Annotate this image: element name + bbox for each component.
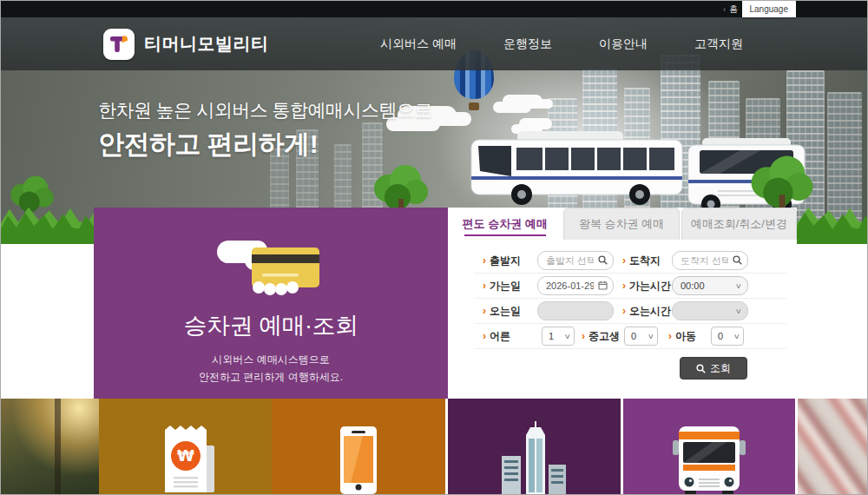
depart-date-label: › 가는일 bbox=[483, 279, 537, 294]
field-marker-icon: › bbox=[483, 254, 486, 267]
chevron-down-icon: ∨ bbox=[735, 282, 742, 290]
ticket-panel-subtitle: 시외버스 예매시스템으로 안전하고 편리하게 여행하세요. bbox=[94, 351, 448, 386]
ticket-promo-panel: 승차권 예매·조회 시외버스 예매시스템으로 안전하고 편리하게 여행하세요. bbox=[94, 208, 448, 399]
chevron-right-icon: › bbox=[723, 5, 726, 14]
child-label: › 아동 bbox=[668, 329, 711, 344]
field-marker-icon: › bbox=[483, 330, 486, 342]
svg-text:₩: ₩ bbox=[177, 446, 194, 465]
field-marker-icon: › bbox=[582, 330, 585, 342]
chevron-down-icon: ∨ bbox=[733, 333, 740, 340]
adult-label: › 어른 bbox=[483, 329, 542, 344]
nav-item-usage-guide[interactable]: 이용안내 bbox=[599, 36, 648, 52]
return-date-label: › 오는일 bbox=[483, 304, 537, 319]
field-marker-icon: › bbox=[668, 330, 672, 342]
header: 티머니모빌리티 시외버스 예매 운행정보 이용안내 고객지원 bbox=[1, 17, 867, 70]
buildings-icon bbox=[500, 421, 569, 494]
booking-form: › 출발지 › 도착지 bbox=[448, 240, 797, 380]
tab-roundtrip-booking[interactable]: 왕복 승차권 예매 bbox=[563, 208, 679, 240]
field-marker-icon: › bbox=[622, 305, 626, 317]
booking-tabs: 편도 승차권 예매 왕복 승차권 예매 예매조회/취소/변경 bbox=[448, 208, 797, 240]
tile-fare-receipt[interactable]: ₩ bbox=[99, 399, 272, 495]
child-count-select[interactable]: 0 ∨ bbox=[711, 327, 744, 346]
cloud bbox=[493, 102, 531, 113]
tab-oneway-booking[interactable]: 편도 승차권 예매 bbox=[448, 208, 562, 240]
photo-tile-left bbox=[1, 399, 99, 495]
arrival-label: › 도착지 bbox=[622, 254, 672, 268]
receipt-icon: ₩ bbox=[155, 423, 217, 494]
home-link-label: 홈 bbox=[729, 3, 738, 16]
utility-bar: › 홈 › 사이트맵 bbox=[1, 1, 867, 17]
chevron-down-icon: ∨ bbox=[735, 307, 742, 315]
tmoney-logo-icon bbox=[103, 29, 135, 60]
depart-time-label: › 가는시간 bbox=[622, 279, 672, 294]
student-label: › 중고생 bbox=[582, 329, 624, 344]
language-button[interactable]: Language bbox=[742, 1, 797, 17]
field-marker-icon: › bbox=[483, 305, 486, 317]
adult-count-select[interactable]: 1 ∨ bbox=[542, 327, 575, 346]
main-nav: 시외버스 예매 운행정보 이용안내 고객지원 bbox=[380, 17, 743, 70]
brand-logo[interactable]: 티머니모빌리티 bbox=[103, 29, 269, 60]
hero-title: 안전하고 편리하게! bbox=[98, 127, 432, 162]
depart-date-input[interactable] bbox=[537, 276, 614, 295]
nav-item-customer-support[interactable]: 고객지원 bbox=[694, 36, 743, 52]
departure-label: › 출발지 bbox=[483, 254, 537, 268]
tab-lookup-cancel-change[interactable]: 예매조회/취소/변경 bbox=[681, 208, 797, 240]
search-button[interactable]: 조회 bbox=[680, 357, 747, 380]
home-link[interactable]: › 홈 bbox=[723, 3, 738, 16]
form-row-origin-destination: › 출발지 › 도착지 bbox=[474, 248, 786, 274]
photo-tile-right bbox=[798, 399, 868, 495]
booking-form-panel: 편도 승차권 예매 왕복 승차권 예매 예매조회/취소/변경 › 출발지 › bbox=[448, 208, 797, 399]
tile-mobile-app[interactable] bbox=[272, 399, 445, 495]
form-row-return-datetime: › 오는일 › 오는시간 ∨ bbox=[474, 299, 786, 324]
bus-front-icon bbox=[673, 425, 746, 494]
chevron-down-icon: ∨ bbox=[564, 333, 571, 340]
field-marker-icon: › bbox=[622, 254, 626, 267]
page: 한차원 높은 시외버스 통합예매시스템으로 안전하고 편리하게! › 홈 › 사… bbox=[0, 0, 868, 495]
search-icon bbox=[696, 364, 706, 373]
hero-text: 한차원 높은 시외버스 통합예매시스템으로 안전하고 편리하게! bbox=[98, 98, 432, 162]
return-date-input-disabled bbox=[537, 301, 614, 320]
chevron-down-icon: ∨ bbox=[648, 333, 654, 340]
field-marker-icon: › bbox=[483, 280, 486, 292]
depart-time-select[interactable]: 00:00 ∨ bbox=[672, 276, 748, 295]
nav-item-bus-booking[interactable]: 시외버스 예매 bbox=[380, 36, 457, 52]
tile-bus-service[interactable] bbox=[623, 399, 795, 495]
hero-subtitle: 한차원 높은 시외버스 통합예매시스템으로 bbox=[98, 98, 432, 122]
field-marker-icon: › bbox=[622, 280, 626, 292]
ticket-panel-title: 승차권 예매·조회 bbox=[94, 310, 448, 341]
tile-terminal-info[interactable] bbox=[448, 399, 621, 495]
form-row-depart-datetime: › 가는일 › 가는시간 00:00 ∨ bbox=[474, 274, 786, 299]
card-in-hand-icon bbox=[214, 230, 328, 298]
return-time-select-disabled: ∨ bbox=[672, 301, 748, 320]
form-row-passengers: › 어른 1 ∨ › 중고생 0 ∨ › 아동 bbox=[474, 324, 786, 349]
student-count-select[interactable]: 0 ∨ bbox=[624, 327, 658, 346]
nav-item-service-info[interactable]: 운행정보 bbox=[503, 36, 552, 52]
smartphone-icon bbox=[339, 425, 378, 494]
quick-link-tiles: ₩ bbox=[1, 399, 868, 495]
departure-input[interactable] bbox=[537, 251, 614, 270]
arrival-input[interactable] bbox=[672, 251, 748, 270]
return-time-label: › 오는시간 bbox=[622, 304, 672, 319]
brand-name: 티머니모빌리티 bbox=[144, 32, 269, 56]
